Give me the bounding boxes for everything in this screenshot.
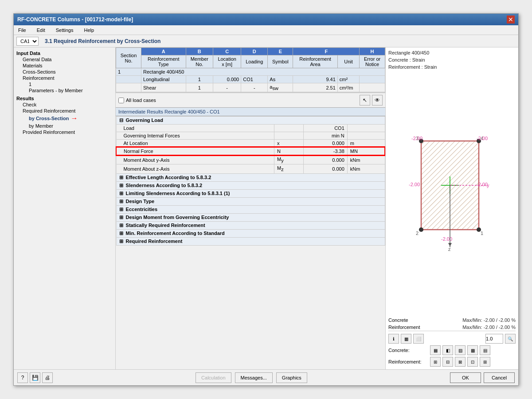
- vis-title-line1: Rectangle 400/450: [388, 50, 516, 55]
- info-btn[interactable]: ℹ: [388, 334, 399, 344]
- row-value-gov: min N: [303, 132, 347, 140]
- design-type-row[interactable]: ⊞ Design Type: [116, 197, 385, 205]
- row-sym-normal: N: [274, 147, 304, 155]
- limiting-slenderness-row[interactable]: ⊞ Limiting Slenderness According to 5.8.…: [116, 189, 385, 197]
- row-sym-location: x: [274, 140, 304, 148]
- intermediate-title: Intermediate Results Rectangle 400/450 -…: [116, 108, 385, 116]
- tree-reinforcement[interactable]: Reinforcement: [16, 75, 113, 81]
- type-shear: Shear: [141, 83, 186, 92]
- tree-reinforcement-1[interactable]: 1: [16, 81, 113, 87]
- th-col-b: B: [186, 48, 213, 55]
- main-window: RF-CONCRETE Columns - [001712-model-file…: [13, 13, 519, 386]
- row-name-gov: Governing Internal Forces: [116, 132, 274, 140]
- tree-cross-sections[interactable]: Cross-Sections: [16, 69, 113, 75]
- menu-file[interactable]: File: [16, 27, 29, 34]
- zoom-btn[interactable]: 🔍: [505, 334, 516, 344]
- th-unit: Unit: [337, 55, 359, 68]
- reinf-btn5[interactable]: ⊞: [480, 357, 490, 367]
- governing-load-header[interactable]: ⊟ Governing Load: [116, 117, 385, 125]
- tree-materials[interactable]: Materials: [16, 63, 113, 69]
- save-btn[interactable]: 💾: [30, 372, 40, 383]
- ok-button[interactable]: OK: [450, 372, 481, 383]
- row-value-my: 0.000: [303, 155, 347, 164]
- section-title: 3.1 Required Reinforcement by Cross-Sect…: [45, 38, 160, 44]
- svg-point-4: [419, 227, 423, 232]
- tree-parameters-by-member[interactable]: Parameters - by Member: [16, 87, 113, 94]
- visualization-panel: Rectangle 400/450 Concrete : Strain Rein…: [385, 47, 518, 369]
- tree-by-cross-section[interactable]: by Cross-Section →: [16, 114, 113, 123]
- required-reinforcement-row[interactable]: ⊞ Required Reinforcement: [116, 237, 385, 245]
- all-load-cases-checkbox[interactable]: [118, 98, 124, 103]
- by-cross-section-label: by Cross-Section: [29, 116, 69, 121]
- result-row-gov: Governing Internal Forces min N: [116, 132, 385, 140]
- top-control-row: ℹ ▦ ⬜ 🔍: [388, 334, 516, 344]
- intermediate-results: Intermediate Results Rectangle 400/450 -…: [116, 107, 385, 369]
- th-col-e: E: [268, 48, 293, 55]
- reinf-btn3[interactable]: ⊠: [455, 357, 466, 367]
- th-loading: Loading: [241, 55, 268, 68]
- cancel-button[interactable]: Cancel: [484, 372, 515, 383]
- concrete-btn4[interactable]: ▩: [467, 345, 478, 355]
- expander-icon[interactable]: ⊟: [119, 117, 125, 123]
- vis-title-line3: Reinforcement : Strain: [388, 64, 516, 70]
- design-moment-row[interactable]: ⊞ Design Moment from Governing Eccentric…: [116, 213, 385, 221]
- messages-button[interactable]: Messages...: [235, 372, 273, 383]
- result-row-normal-force: Normal Force N -3.38 MN: [116, 147, 385, 155]
- mid-right-label: -2.00: [477, 182, 488, 187]
- th-col-c: C: [213, 48, 241, 55]
- section-header-row: 1 Rectangle 400/450: [116, 68, 385, 76]
- window-title: RF-CONCRETE Columns - [001712-model-file…: [17, 16, 133, 23]
- th-reinforcement-type: ReinforcementType: [141, 55, 186, 68]
- concrete-btn2[interactable]: ◧: [442, 345, 453, 355]
- top-left-label: -2.00: [411, 136, 422, 141]
- red-arrow-icon: →: [70, 114, 78, 122]
- frame-btn[interactable]: ⬜: [413, 334, 424, 344]
- reinforcement-label: Reinforcement: [388, 325, 420, 330]
- row-sym-mz: Mz: [274, 164, 304, 173]
- tree-check[interactable]: Check: [16, 102, 113, 108]
- row-value-load: CO1: [303, 125, 347, 132]
- statically-req-row[interactable]: ⊞ Statically Required Reinforcement: [116, 221, 385, 229]
- min-reinforcement-row[interactable]: ⊞ Min. Reinforcement According to Standa…: [116, 229, 385, 237]
- menu-help[interactable]: Help: [81, 27, 97, 34]
- symbol-as: As: [268, 76, 293, 83]
- cursor-icon-btn[interactable]: ↖: [360, 95, 370, 106]
- tree-general-data[interactable]: General Data: [16, 56, 113, 63]
- graphics-button[interactable]: Graphics: [276, 372, 307, 383]
- case-selector[interactable]: CA1: [16, 37, 39, 46]
- bottom-bar: ? 💾 🖨 Calculation Messages... Graphics O…: [14, 369, 518, 385]
- reinf-btn4[interactable]: ⊡: [467, 357, 478, 367]
- help-btn[interactable]: ?: [17, 372, 28, 383]
- menu-edit[interactable]: Edit: [34, 27, 48, 34]
- effective-length-row[interactable]: ⊞ Effective Length According to 5.8.3.2: [116, 173, 385, 181]
- table-row: Shear 1 - - asw 2.51 cm²/m: [116, 83, 385, 92]
- reinf-btn1[interactable]: ⊞: [430, 357, 441, 367]
- reinf-btn2[interactable]: ⊟: [442, 357, 453, 367]
- calculation-button[interactable]: Calculation: [196, 372, 231, 383]
- type-longitudinal: Longitudinal: [141, 76, 186, 83]
- corner1-label: 1: [481, 231, 483, 236]
- section-no-cell: 1: [116, 68, 141, 76]
- tree-by-member[interactable]: by Member: [16, 123, 113, 129]
- eccentricities-row[interactable]: ⊞ Eccentricities: [116, 205, 385, 213]
- loading-co1: CO1: [241, 76, 268, 83]
- tree-required-reinforcement[interactable]: Required Reinforcement: [16, 108, 113, 114]
- print-btn[interactable]: 🖨: [42, 372, 53, 383]
- eye-icon-btn[interactable]: 👁: [372, 95, 383, 106]
- result-row-mz: Moment About z-Axis Mz 0.000 kNm: [116, 164, 385, 173]
- concrete-btn1[interactable]: ▦: [430, 345, 441, 355]
- close-button[interactable]: ✕: [507, 16, 515, 23]
- row-unit-my: kNm: [347, 155, 385, 164]
- results-section: Results Check Required Reinforcement by …: [16, 95, 113, 135]
- slenderness-row[interactable]: ⊞ Slenderness According to 5.8.3.2: [116, 181, 385, 189]
- grid-btn[interactable]: ▦: [401, 334, 411, 344]
- unit-cm2: cm²: [337, 76, 359, 83]
- data-grid: SectionNo. A B C D E F H ReinforcementTy…: [116, 47, 385, 93]
- tree-provided-reinforcement[interactable]: Provided Reinforcement: [16, 129, 113, 135]
- concrete-btn3[interactable]: ▨: [455, 345, 466, 355]
- concrete-btn5[interactable]: ▤: [480, 345, 490, 355]
- menu-settings[interactable]: Settings: [53, 27, 76, 34]
- zoom-input[interactable]: [485, 334, 503, 344]
- unit-cm2m: cm²/m: [337, 83, 359, 92]
- vis-controls: ℹ ▦ ⬜ 🔍 Concrete: ▦ ◧ ▨ ▩ ▤ Reinforcemen…: [388, 331, 516, 367]
